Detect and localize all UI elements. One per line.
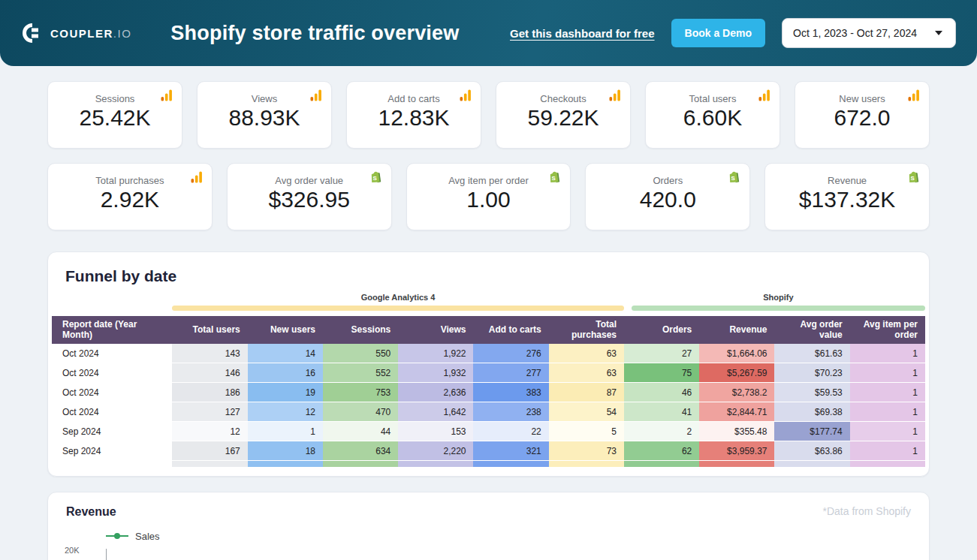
cell-partial — [850, 461, 925, 467]
kpi-value: 59.22K — [496, 105, 630, 131]
kpi-card-add-to-carts: Add to carts12.83K — [346, 81, 481, 149]
google-analytics-icon — [460, 89, 472, 101]
book-demo-button[interactable]: Book a Demo — [671, 19, 765, 47]
cell-value: $355.48 — [699, 422, 774, 441]
kpi-card-total-purchases: Total purchases2.92K — [47, 163, 213, 230]
cell-value: 2 — [624, 422, 699, 441]
kpi-row-shopify: Total purchases2.92KSAvg order value$326… — [47, 163, 930, 230]
kpi-value: $137.32K — [765, 187, 929, 212]
kpi-card-views: Views88.93K — [197, 81, 332, 149]
cell-partial — [624, 461, 699, 467]
cell-value: $177.74 — [774, 422, 849, 441]
cell-value: $69.38 — [774, 402, 849, 422]
funnel-by-date-panel: Funnel by date Google Analytics 4 Shopif… — [47, 251, 930, 477]
group-label-google-analytics: Google Analytics 4 — [172, 293, 623, 302]
get-dashboard-link[interactable]: Get this dashboard for free — [510, 27, 655, 40]
cell-value: 41 — [624, 402, 699, 422]
table-row-partial — [52, 461, 925, 467]
cell-value: 634 — [323, 441, 398, 461]
column-header-avg-order-value: Avg order value — [774, 316, 849, 344]
cell-value: 2,636 — [398, 383, 473, 402]
kpi-card-sessions: Sessions25.42K — [47, 81, 182, 149]
cell-value: 1 — [850, 363, 925, 383]
date-range-value: Oct 1, 2023 - Oct 27, 2024 — [793, 27, 917, 39]
kpi-value: 6.60K — [646, 105, 779, 131]
table-row: Oct 2024146165521,9322776375$5,267.59$70… — [52, 363, 925, 383]
cell-value: 321 — [473, 441, 548, 461]
cell-report-date: Oct 2024 — [52, 363, 172, 383]
date-range-picker[interactable]: Oct 1, 2023 - Oct 27, 2024 — [782, 18, 956, 48]
cell-partial — [473, 461, 548, 467]
cell-value: 127 — [172, 402, 247, 422]
cell-value: $59.53 — [774, 383, 849, 402]
cell-value: $2,738.2 — [699, 383, 774, 402]
cell-value: 1 — [850, 441, 925, 461]
cell-value: 146 — [172, 363, 247, 383]
kpi-row-ga: Sessions25.42KViews88.93KAdd to carts12.… — [47, 81, 930, 149]
cell-value: 1 — [850, 422, 925, 441]
kpi-value: 88.93K — [198, 105, 331, 131]
cell-value: 1,922 — [398, 344, 473, 363]
google-analytics-icon — [161, 89, 173, 101]
kpi-value: 420.0 — [586, 187, 749, 212]
column-header-new-users: New users — [248, 316, 323, 344]
column-header-add-to-carts: Add to carts — [473, 316, 548, 344]
cell-value: 44 — [323, 422, 398, 441]
revenue-chart: Sales 20K — [66, 525, 911, 560]
column-header-sessions: Sessions — [323, 316, 398, 344]
legend-label: Sales — [135, 531, 160, 542]
kpi-label: Total purchases — [48, 175, 212, 186]
shopify-icon: S — [549, 171, 561, 183]
kpi-label: Avg order value — [228, 175, 391, 186]
kpi-card-avg-order-value: SAvg order value$326.95 — [227, 163, 392, 230]
google-analytics-icon — [310, 89, 322, 101]
column-header-report-date-year-month-: Report date (Year Month) — [52, 316, 172, 344]
cell-value: $2,844.71 — [699, 402, 774, 422]
cell-value: 1 — [850, 402, 925, 422]
cell-value: 470 — [323, 402, 398, 422]
table-row: Sep 2024167186342,2203217362$3,959.37$63… — [52, 441, 925, 461]
line-series-icon — [106, 535, 128, 537]
svg-text:S: S — [372, 175, 377, 182]
kpi-value: $326.95 — [228, 187, 391, 212]
cell-value: 1,642 — [398, 402, 473, 422]
column-header-revenue: Revenue — [699, 316, 774, 344]
shopify-icon: S — [908, 171, 920, 183]
column-header-orders: Orders — [624, 316, 699, 344]
kpi-label: Orders — [586, 175, 749, 186]
cell-partial — [699, 461, 774, 467]
cell-value: 16 — [248, 363, 323, 383]
kpi-value: 25.42K — [48, 105, 182, 131]
shopify-icon: S — [728, 171, 740, 183]
cell-report-date: Sep 2024 — [52, 441, 172, 461]
cell-value: 1,932 — [398, 363, 473, 383]
cell-value: 552 — [323, 363, 398, 383]
cell-partial — [323, 461, 398, 467]
cell-value: 2,220 — [398, 441, 473, 461]
cell-value: 153 — [398, 422, 473, 441]
cell-value: 75 — [624, 363, 699, 383]
kpi-value: 12.83K — [347, 105, 481, 131]
y-axis-tick: 20K — [65, 546, 80, 555]
cell-value: 63 — [549, 344, 624, 363]
cell-value: 1 — [850, 344, 925, 363]
google-analytics-icon — [758, 89, 770, 101]
cell-partial — [52, 461, 172, 467]
kpi-card-revenue: SRevenue$137.32K — [764, 163, 930, 230]
top-bar: COUPLER.IO Shopify store traffic overvie… — [0, 0, 977, 66]
cell-value: 276 — [473, 344, 548, 363]
cell-value: 143 — [172, 344, 247, 363]
cell-report-date: Oct 2024 — [52, 344, 172, 363]
cell-value: 5 — [549, 422, 624, 441]
page-title: Shopify store traffic overview — [170, 22, 459, 45]
data-source-note: *Data from Shopify — [823, 505, 912, 517]
cell-value: 22 — [473, 422, 548, 441]
cell-value: 19 — [248, 383, 323, 402]
cell-value: 14 — [248, 344, 323, 363]
cell-value: 550 — [323, 344, 398, 363]
svg-text:S: S — [911, 175, 915, 182]
cell-partial — [248, 461, 323, 467]
table-row: Sep 2024121441532252$355.48$177.741 — [52, 422, 925, 441]
svg-text:S: S — [552, 175, 556, 182]
kpi-value: 672.0 — [795, 105, 929, 131]
